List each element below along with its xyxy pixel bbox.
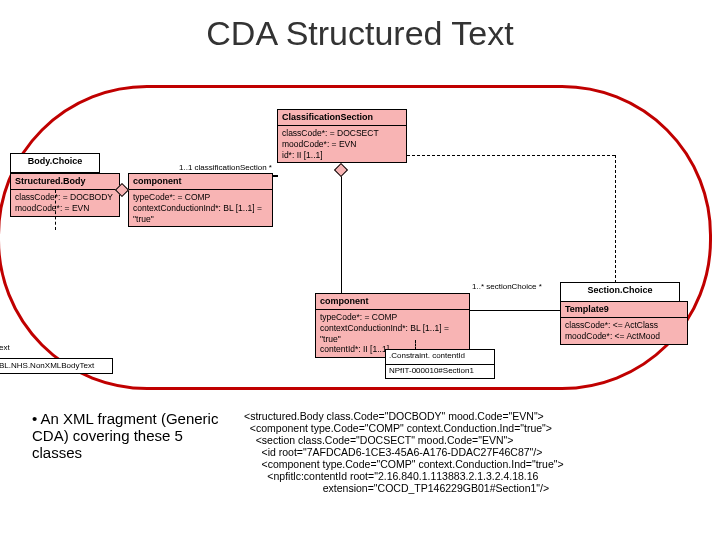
- cs-line1: classCode*: = DOCSECT: [282, 128, 402, 139]
- t9-line1: classCode*: <= ActClass: [565, 320, 683, 331]
- component2-title: component: [316, 294, 469, 310]
- body-choice-box: Body.Choice: [10, 153, 100, 173]
- structured-body-body: classCode*: = DOCBODY moodCode*: = EVN: [11, 190, 119, 215]
- template9-body: classCode*: <= ActClass moodCode*: <= Ac…: [561, 318, 687, 343]
- c1-line2: contextConductionInd*: BL [1..1] = "true…: [133, 203, 268, 224]
- c2-line1: typeCode*: = COMP: [320, 312, 465, 323]
- assoc-section-choice: 1..* sectionChoice *: [472, 282, 542, 291]
- side-nonxml-box: BL.NHS.NonXMLBodyText: [0, 358, 113, 374]
- footer: • An XML fragment (Generic CDA) covering…: [32, 410, 710, 494]
- uml-diagram: Body.Choice Structured.Body classCode*: …: [0, 85, 720, 405]
- c2-line2: contextConductionInd*: BL [1..1] = "true…: [320, 323, 465, 344]
- classification-section-title: ClassificationSection: [278, 110, 406, 126]
- structured-body-box: Structured.Body classCode*: = DOCBODY mo…: [10, 173, 120, 217]
- connector-2: [470, 310, 560, 311]
- c1-line1: typeCode*: = COMP: [133, 192, 268, 203]
- dashed-horiz: [407, 155, 615, 156]
- dashed-vert: [615, 155, 616, 283]
- constraint-row2: NPfIT-000010#Section1: [385, 365, 495, 379]
- constraint-row1: .Constraint. contentId: [385, 349, 495, 365]
- sb-line2: moodCode*: = EVN: [15, 203, 115, 214]
- structured-body-title: Structured.Body: [11, 174, 119, 190]
- cs-line3: id*: II [1..1]: [282, 150, 402, 161]
- component1-box: component typeCode*: = COMP contextCondu…: [128, 173, 273, 227]
- xml-fragment: <structured.Body class.Code="DOCBODY" mo…: [244, 410, 564, 494]
- connector-vert: [341, 167, 342, 295]
- slide-title: CDA Structured Text: [0, 0, 720, 53]
- component1-title: component: [129, 174, 272, 190]
- component1-body: typeCode*: = COMP contextConductionInd*:…: [129, 190, 272, 226]
- classification-section-box: ClassificationSection classCode*: = DOCS…: [277, 109, 407, 163]
- assoc-class-section: 1..1 classificationSection *: [179, 163, 272, 172]
- connector-1: [273, 175, 278, 177]
- template9-title: Template9: [561, 302, 687, 318]
- template9-box: Template9 classCode*: <= ActClass moodCo…: [560, 301, 688, 345]
- classification-section-body: classCode*: = DOCSECT moodCode*: = EVN i…: [278, 126, 406, 162]
- t9-line2: moodCode*: <= ActMood: [565, 331, 683, 342]
- section-choice-title: Section.Choice: [561, 283, 679, 298]
- sb-line1: classCode*: = DOCBODY: [15, 192, 115, 203]
- body-choice-title: Body.Choice: [11, 154, 99, 169]
- cs-line2: moodCode*: = EVN: [282, 139, 402, 150]
- bullet-text: • An XML fragment (Generic CDA) covering…: [32, 410, 232, 494]
- side-text: Text: [0, 343, 23, 353]
- section-choice-box: Section.Choice: [560, 282, 680, 302]
